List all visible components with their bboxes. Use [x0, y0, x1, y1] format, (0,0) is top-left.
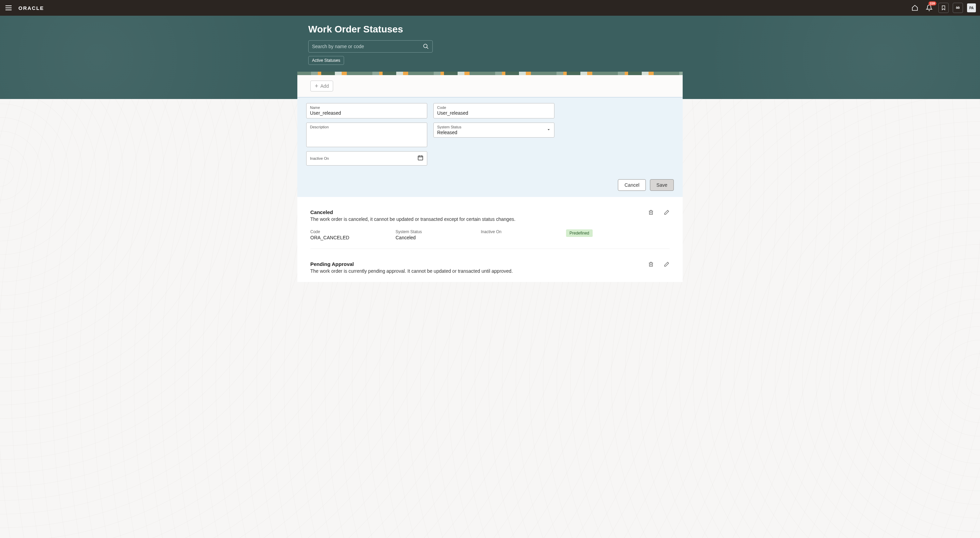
- add-button[interactable]: + Add: [310, 81, 333, 91]
- filter-chip-active-statuses[interactable]: Active Statuses: [308, 56, 344, 65]
- predefined-tag: Predefined: [566, 229, 593, 237]
- svg-point-2: [423, 44, 427, 48]
- status-item: Canceled The work order is canceled, it …: [310, 197, 670, 249]
- code-label: Code: [437, 105, 551, 110]
- code-field[interactable]: Code: [433, 103, 554, 118]
- system-status-value: Released: [437, 130, 551, 135]
- search-input[interactable]: [312, 44, 423, 49]
- notifications-icon[interactable]: 228: [924, 3, 934, 13]
- save-button[interactable]: Save: [650, 179, 674, 191]
- home-icon[interactable]: [910, 3, 920, 13]
- chevron-down-icon[interactable]: [547, 127, 551, 133]
- name-input[interactable]: [310, 110, 423, 116]
- delete-icon[interactable]: [648, 261, 654, 269]
- content-card: + Add Name Code Description: [298, 72, 682, 282]
- oracle-logo[interactable]: ORACLE: [18, 5, 44, 11]
- status-description: The work order is currently pending appr…: [310, 268, 513, 274]
- search-box[interactable]: [308, 40, 433, 53]
- decorative-band: [298, 72, 682, 75]
- status-item: Pending Approval The work order is curre…: [310, 249, 670, 282]
- add-button-label: Add: [321, 83, 329, 89]
- edit-icon[interactable]: [663, 261, 670, 269]
- status-title: Canceled: [310, 209, 515, 215]
- edit-form: Name Code Description System Status Rele…: [298, 97, 682, 197]
- svg-point-0: [956, 7, 958, 8]
- description-field[interactable]: Description: [306, 123, 427, 147]
- notification-badge: 228: [929, 2, 936, 5]
- inactive-on-field[interactable]: Inactive On: [306, 151, 427, 166]
- status-list: Canceled The work order is canceled, it …: [298, 197, 682, 282]
- svg-rect-3: [418, 156, 423, 160]
- detail-code-label: Code: [310, 229, 396, 234]
- status-description: The work order is canceled, it cannot be…: [310, 216, 515, 222]
- detail-system-status-label: System Status: [396, 229, 481, 234]
- inactive-on-label: Inactive On: [310, 153, 423, 163]
- delete-icon[interactable]: [648, 209, 654, 217]
- page-title: Work Order Statuses: [308, 24, 672, 35]
- status-title: Pending Approval: [310, 261, 513, 267]
- bookmark-icon[interactable]: [939, 3, 949, 13]
- cancel-button[interactable]: Cancel: [618, 179, 646, 191]
- plus-icon: +: [315, 83, 318, 89]
- system-status-field[interactable]: System Status Released: [433, 123, 554, 137]
- hamburger-menu-icon[interactable]: [4, 4, 13, 11]
- system-status-label: System Status: [437, 125, 551, 129]
- detail-inactive-on-label: Inactive On: [481, 229, 566, 234]
- description-input[interactable]: [310, 130, 423, 135]
- code-input[interactable]: [437, 110, 551, 116]
- name-field[interactable]: Name: [306, 103, 427, 118]
- top-navigation-bar: ORACLE 228 PA: [0, 0, 980, 16]
- copilot-icon[interactable]: [953, 3, 963, 13]
- detail-code-value: ORA_CANCELED: [310, 235, 396, 240]
- detail-system-status-value: Canceled: [396, 235, 481, 240]
- calendar-icon[interactable]: [417, 155, 423, 162]
- svg-point-1: [958, 7, 959, 8]
- description-label: Description: [310, 125, 423, 129]
- name-label: Name: [310, 105, 423, 110]
- edit-icon[interactable]: [663, 209, 670, 217]
- search-icon[interactable]: [423, 43, 429, 49]
- user-avatar[interactable]: PA: [967, 3, 976, 12]
